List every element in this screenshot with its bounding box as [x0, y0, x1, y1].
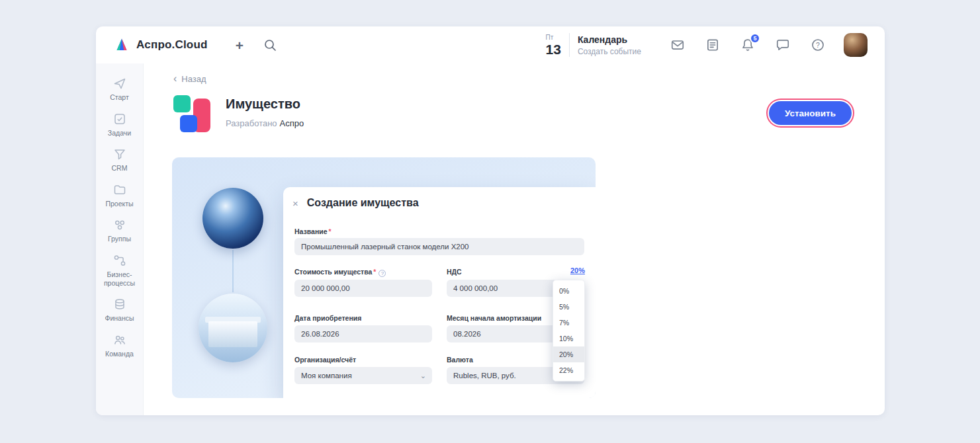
required-marker: *: [373, 268, 376, 276]
vat-label: НДС: [447, 268, 462, 276]
start-icon: [113, 77, 126, 90]
back-label: Назад: [181, 74, 206, 84]
help-icon: ?: [811, 38, 825, 52]
app-logo-teal-block: [173, 95, 191, 112]
day-abbr: Пт: [546, 34, 561, 41]
developer-prefix: Разработано: [226, 118, 277, 128]
modal-title: Создание имущества: [307, 197, 419, 209]
vat-option-10[interactable]: 10%: [553, 331, 584, 346]
building-body: [208, 321, 258, 348]
app-logo-property: [173, 95, 212, 134]
day-number: 13: [546, 42, 561, 56]
brand-logo-icon: [113, 36, 130, 54]
search-button[interactable]: [263, 38, 277, 52]
top-app-bar: Аспро.Cloud + Пт 13 Календарь Создать со…: [96, 26, 885, 63]
create-property-modal: × Создание имущества Название* Промышлен…: [283, 187, 596, 398]
vat-option-7[interactable]: 7%: [553, 315, 584, 331]
sidebar-item-crm[interactable]: CRM: [96, 142, 143, 178]
purchase-date-label: Дата приобретения: [294, 314, 361, 322]
close-icon[interactable]: ×: [292, 198, 298, 208]
banner-connector-line: [232, 250, 234, 292]
date-widget[interactable]: Пт 13: [546, 34, 561, 56]
sidebar-nav: Старт Задачи CRM Проекты Группы: [96, 63, 144, 415]
vat-rate-dropdown: 0% 5% 7% 10% 20% 22%: [553, 280, 585, 382]
sidebar-item-team[interactable]: Команда: [96, 328, 143, 364]
sidebar-item-business-processes[interactable]: Бизнес-процессы: [96, 249, 143, 292]
amortization-label: Месяц начала амортизации: [447, 314, 541, 322]
notes-button[interactable]: [705, 38, 720, 52]
currency-label: Валюта: [447, 356, 473, 364]
add-button[interactable]: +: [236, 38, 244, 52]
mail-button[interactable]: [670, 38, 685, 52]
promo-banner: × Создание имущества Название* Промышлен…: [172, 157, 596, 398]
developer-name[interactable]: Аспро: [280, 118, 304, 128]
user-avatar[interactable]: [844, 33, 868, 57]
back-link[interactable]: ‹ Назад: [173, 74, 206, 84]
projects-folder-icon: [113, 183, 126, 196]
mail-icon: [670, 38, 685, 52]
sidebar-item-start[interactable]: Старт: [96, 71, 143, 107]
purchase-date-input[interactable]: 26.08.2026: [294, 325, 432, 342]
svg-text:?: ?: [816, 42, 820, 49]
calendar-title: Календарь: [578, 34, 641, 45]
sidebar-item-tasks[interactable]: Задачи: [96, 107, 143, 143]
brand-logo-block[interactable]: Аспро.Cloud: [113, 36, 208, 54]
cost-label: Стоимость имущества*?: [294, 268, 386, 277]
sidebar-item-projects[interactable]: Проекты: [96, 178, 143, 214]
search-icon: [263, 38, 277, 52]
info-icon[interactable]: ?: [379, 270, 386, 277]
organization-select[interactable]: Моя компания ⌄: [294, 367, 432, 384]
app-window: Аспро.Cloud + Пт 13 Календарь Создать со…: [96, 26, 885, 415]
vat-rate-link[interactable]: 20%: [570, 266, 585, 274]
notification-badge: 5: [750, 33, 760, 44]
calendar-widget[interactable]: Календарь Создать событие: [578, 34, 641, 56]
header-icon-row: 5 ?: [670, 38, 825, 52]
back-chevron-icon: ‹: [173, 73, 177, 84]
vat-option-0[interactable]: 0%: [553, 283, 584, 299]
developer-line: РазработаноАспро: [226, 118, 304, 128]
chevron-down-icon: ⌄: [420, 367, 426, 384]
calendar-create-event: Создать событие: [578, 47, 641, 56]
building-photo: [199, 294, 267, 362]
modal-header: × Создание имущества: [283, 187, 596, 209]
help-button[interactable]: ?: [811, 38, 825, 52]
groups-icon: [113, 218, 126, 231]
name-input[interactable]: Промышленный лазерный станок модели X200: [294, 238, 584, 255]
chat-button[interactable]: [776, 38, 790, 52]
business-processes-icon: [113, 254, 126, 267]
brand-name: Аспро.Cloud: [136, 38, 208, 52]
vat-option-5[interactable]: 5%: [553, 299, 584, 315]
tasks-icon: [113, 112, 126, 126]
team-icon: [113, 333, 126, 346]
header-divider: [569, 33, 570, 57]
top-right-cluster: Пт 13 Календарь Создать событие: [546, 33, 868, 57]
name-label: Название*: [294, 227, 332, 235]
sidebar-item-finance[interactable]: Финансы: [96, 292, 143, 328]
notes-icon: [705, 38, 720, 52]
app-logo-blue-block: [180, 115, 197, 132]
notifications-button[interactable]: 5: [740, 38, 755, 52]
laser-lens-photo: [202, 188, 263, 249]
organization-label: Организация/счёт: [294, 356, 356, 364]
vat-option-20[interactable]: 20%: [553, 346, 584, 362]
finance-icon: [113, 298, 126, 311]
install-button[interactable]: Установить: [769, 101, 852, 125]
crm-funnel-icon: [113, 147, 126, 161]
page-title: Имущество: [226, 97, 300, 112]
chat-icon: [776, 38, 790, 52]
sidebar-item-groups[interactable]: Группы: [96, 213, 143, 249]
cost-input[interactable]: 20 000 000,00: [294, 280, 432, 297]
required-marker: *: [329, 227, 332, 235]
vat-option-22[interactable]: 22%: [553, 362, 584, 378]
